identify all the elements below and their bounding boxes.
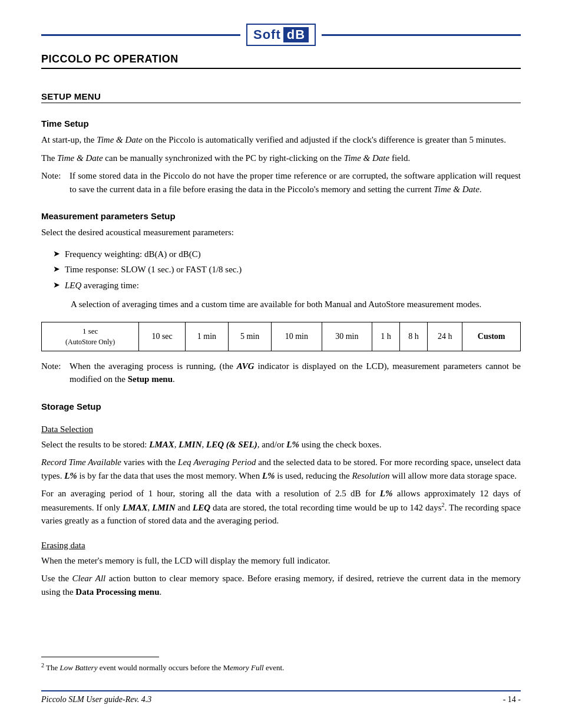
- footnote-num: 2: [41, 662, 44, 668]
- leq-para: A selection of averaging times and a cus…: [71, 298, 521, 311]
- avg-note: Note: When the averaging process is runn…: [41, 360, 521, 386]
- bullet-item-2: ➤ Time response: SLOW (1 sec.) or FAST (…: [53, 263, 521, 276]
- bullet-text-1: Frequency weighting: dB(A) or dB(C): [65, 248, 201, 261]
- clear-all-italic: Clear All: [72, 574, 105, 583]
- erasing-data-heading: Erasing data: [41, 541, 521, 551]
- lmax-bold: LMAX: [149, 440, 174, 449]
- data-processing-bold: Data Processing menu: [75, 587, 159, 597]
- footnote-ref: 2: [442, 502, 445, 508]
- memory-full-italic: emory Full: [230, 664, 263, 673]
- record-time-italic: Record Time Available: [41, 457, 121, 467]
- logo-box: Soft dB: [246, 24, 316, 46]
- comma3: ,: [257, 440, 260, 449]
- data-selection-para: Select the results to be stored: LMAX, L…: [41, 438, 521, 452]
- time-setup-note-label: Note:: [41, 169, 70, 196]
- storage-setup-heading: Storage Setup: [41, 401, 521, 411]
- bullet-arrow-1: ➤: [53, 248, 60, 260]
- lperc-bold4: L%: [380, 489, 393, 498]
- logo-area: Soft dB: [41, 24, 521, 46]
- logo-soft: Soft: [253, 27, 281, 42]
- bullet-text-2: Time response: SLOW (1 sec.) or FAST (1/…: [65, 263, 242, 276]
- time-date-italic3: Time & Date: [344, 153, 390, 163]
- avg-cell-1sec: 1 sec(AutoStore Only): [42, 322, 139, 351]
- erase-para2: Use the Clear All action button to clear…: [41, 572, 521, 598]
- avg-cell-1h: 1 h: [372, 322, 400, 351]
- logo-line-right: [322, 34, 521, 36]
- record-time-para: Record Time Available varies with the Le…: [41, 456, 521, 482]
- avg-cell-24h: 24 h: [427, 322, 462, 351]
- avg-cell-custom: Custom: [462, 322, 521, 351]
- footnote-area: 2 The Low Battery event would normally o…: [41, 645, 521, 678]
- leq-italic: LEQ: [65, 281, 81, 290]
- footnote-text: 2 The Low Battery event would normally o…: [41, 661, 521, 674]
- lmin-bold2: LMIN: [152, 503, 175, 512]
- avg-cell-8h: 8 h: [400, 322, 428, 351]
- leq-sel-bold: LEQ (& SEL): [206, 440, 257, 449]
- time-setup-para2: The Time & Date can be manually synchron…: [41, 151, 521, 165]
- footer-left: Piccolo SLM User guide-Rev. 4.3: [41, 695, 151, 704]
- measurement-params-intro: Select the desired acoustical measuremen…: [41, 226, 521, 239]
- bullet-item-3: ➤ LEQ averaging time:: [53, 279, 521, 292]
- setup-menu-bold: Setup menu: [128, 374, 173, 384]
- avg-italic: AVG: [237, 361, 254, 371]
- avg-cell-30min: 30 min: [322, 322, 372, 351]
- page-title: PICCOLO PC OPERATION: [41, 53, 521, 69]
- avg-cell-5min: 5 min: [229, 322, 272, 351]
- lperc-bold: L%: [286, 440, 299, 449]
- erase-para1: When the meter's memory is full, the LCD…: [41, 554, 521, 568]
- lperc-bold3: L%: [262, 471, 275, 480]
- time-setup-note: Note: If some stored data in the Piccolo…: [41, 169, 521, 196]
- page: Soft dB PICCOLO PC OPERATION SETUP MENU …: [0, 0, 562, 728]
- time-date-italic2: Time & Date: [57, 153, 103, 163]
- time-date-italic4: Time & Date: [434, 185, 480, 194]
- footer-right: - 14 -: [503, 695, 521, 704]
- footer: Piccolo SLM User guide-Rev. 4.3 - 14 -: [41, 690, 521, 704]
- setup-menu-heading: SETUP MENU: [41, 91, 521, 103]
- measurement-params-heading: Measurement parameters Setup: [41, 211, 521, 221]
- time-setup-note-content: If some stored data in the Piccolo do no…: [70, 169, 521, 196]
- resolution-italic: Resolution: [352, 471, 389, 480]
- lmin-bold: LMIN: [178, 440, 201, 449]
- footnote-line: [41, 657, 159, 657]
- low-battery-italic: Low Battery: [59, 664, 97, 673]
- leq-bold2: LEQ: [193, 503, 210, 512]
- bullet-arrow-3: ➤: [53, 279, 60, 291]
- comma1: ,: [174, 440, 177, 449]
- time-setup-heading: Time Setup: [41, 118, 521, 129]
- leq-avg-italic: Leq Averaging Period: [178, 457, 256, 467]
- data-selection-heading: Data Selection: [41, 424, 521, 434]
- logo-line-left: [41, 34, 240, 36]
- avg-table: 1 sec(AutoStore Only) 10 sec 1 min 5 min…: [41, 322, 521, 351]
- lmax-bold2: LMAX: [123, 503, 148, 512]
- comma2: ,: [201, 440, 204, 449]
- measurement-bullet-list: ➤ Frequency weighting: dB(A) or dB(C) ➤ …: [53, 248, 521, 295]
- logo-db: dB: [283, 27, 309, 42]
- avg-cell-1min: 1 min: [185, 322, 228, 351]
- avg-cell-10sec: 10 sec: [139, 322, 186, 351]
- avg-hour-para: For an averaging period of 1 hour, stori…: [41, 487, 521, 528]
- time-date-italic1: Time & Date: [97, 135, 143, 144]
- avg-note-label: Note:: [41, 360, 70, 386]
- avg-table-wrapper: 1 sec(AutoStore Only) 10 sec 1 min 5 min…: [41, 322, 521, 351]
- avg-note-content: When the averaging process is running, (…: [70, 360, 521, 386]
- bullet-arrow-2: ➤: [53, 263, 60, 275]
- bullet-item-1: ➤ Frequency weighting: dB(A) or dB(C): [53, 248, 521, 261]
- time-setup-para1: At start-up, the Time & Date on the Picc…: [41, 133, 521, 147]
- avg-cell-10min: 10 min: [272, 322, 322, 351]
- avg-table-row: 1 sec(AutoStore Only) 10 sec 1 min 5 min…: [42, 322, 521, 351]
- bullet-text-3: LEQ averaging time:: [65, 279, 139, 292]
- lperc-bold2: L%: [64, 471, 77, 480]
